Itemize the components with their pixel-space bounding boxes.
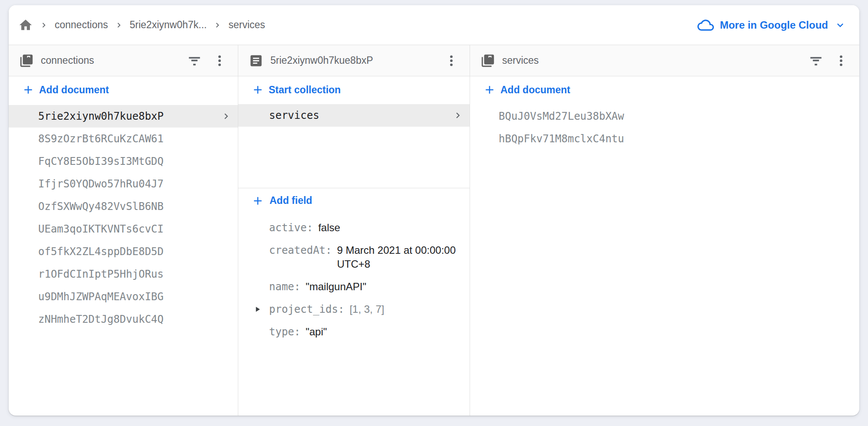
field-list: active:falsecreatedAt:9 March 2021 at 00… (238, 213, 470, 343)
services-doc-list: BQuJ0VsMd27Leu38bXAwhBQpFkv71M8mclxC4ntu (470, 103, 859, 150)
field-row-type[interactable]: type:"api" (238, 321, 470, 343)
connections-doc-list: 5rie2xiynw0h7kue8bxP8S9zOzrBt6RCuKzCAW61… (9, 103, 238, 331)
panel-collection-services: services Add document BQuJ0VsMd27Leu38bX… (470, 45, 859, 416)
list-item[interactable]: FqCY8E5ObI39sI3MtGDQ (9, 150, 238, 173)
more-in-google-cloud-button[interactable]: More in Google Cloud (697, 17, 846, 33)
field-value: [1, 3, 7] (349, 302, 384, 316)
list-item[interactable]: BQuJ0VsMd27Leu38bXAw (470, 105, 859, 128)
start-collection-label: Start collection (269, 84, 341, 96)
list-item[interactable]: hBQpFkv71M8mclxC4ntu (470, 128, 859, 150)
field-row-name[interactable]: name:"mailgunAPI" (238, 275, 470, 298)
cloud-icon (697, 17, 714, 33)
list-item[interactable]: OzfSXWwQy482VvSlB6NB (9, 195, 238, 218)
kebab-menu-icon (834, 54, 848, 68)
panel-title-connections: connections (41, 55, 94, 66)
field-row-createdAt[interactable]: createdAt:9 March 2021 at 00:00:00UTC+8 (238, 239, 470, 275)
chevron-right-icon (114, 20, 124, 30)
panel-title-services: services (502, 55, 539, 66)
more-in-google-cloud-label: More in Google Cloud (720, 19, 828, 31)
list-item[interactable]: 8S9zOzrBt6RCuKzCAW61 (9, 128, 238, 150)
start-collection-button[interactable]: Start collection (238, 76, 470, 103)
add-document-label: Add document (39, 84, 109, 96)
kebab-menu-icon (213, 54, 227, 68)
field-value: false (318, 221, 340, 235)
list-item-label: UEam3qoIKTKVNTs6cvCI (38, 223, 164, 235)
add-field-label: Add field (270, 195, 312, 206)
panel-menu-button[interactable] (211, 52, 228, 69)
list-item-label: 5rie2xiynw0h7kue8bxP (38, 110, 164, 122)
document-collection-list: services (238, 103, 470, 127)
panel-menu-button[interactable] (443, 52, 460, 69)
home-button[interactable] (18, 18, 33, 33)
field-value: "api" (306, 325, 327, 339)
panel-title-document: 5rie2xiynw0h7kue8bxP (270, 55, 373, 66)
breadcrumb: connections 5rie2xiynw0h7k... services M… (9, 5, 859, 45)
list-item[interactable]: u9DMhJZWPAqMEAvoxIBG (9, 285, 238, 308)
chevron-right-icon (452, 110, 464, 121)
home-icon (18, 18, 33, 33)
field-row-active[interactable]: active:false (238, 216, 470, 239)
list-item[interactable]: UEam3qoIKTKVNTs6cvCI (9, 218, 238, 240)
filter-list-icon (809, 53, 823, 68)
selected-row-chevron (452, 110, 464, 121)
add-document-button[interactable]: Add document (470, 76, 859, 103)
list-item[interactable]: services (238, 104, 470, 127)
filter-list-icon (187, 53, 202, 68)
document-icon (249, 53, 263, 68)
list-item[interactable]: zNHmheT2DtJg8DvukC4Q (9, 308, 238, 331)
chevron-down-icon (834, 19, 846, 31)
list-item-label: services (269, 109, 319, 121)
list-item-label: IfjrS0YQDwo57hRu04J7 (38, 178, 164, 190)
panel-collection-connections: connections Add document 5rie2xiynw0h7ku… (9, 45, 238, 416)
collections-bookmark-icon (19, 53, 34, 68)
list-item-label: hBQpFkv71M8mclxC4ntu (499, 133, 624, 145)
chevron-right-icon (39, 20, 49, 30)
kebab-menu-icon (444, 54, 458, 68)
panel-spacer (238, 127, 470, 188)
add-document-label: Add document (500, 84, 570, 96)
chevron-right-icon (220, 111, 232, 122)
triangle-right-icon[interactable] (253, 305, 262, 314)
list-item-label: BQuJ0VsMd27Leu38bXAw (499, 110, 624, 122)
firestore-data-card: connections 5rie2xiynw0h7k... services M… (9, 5, 859, 416)
list-item-label: zNHmheT2DtJg8DvukC4Q (38, 313, 164, 325)
field-value: "mailgunAPI" (306, 280, 366, 294)
plus-icon (483, 83, 496, 96)
panel-header-connections: connections (9, 45, 238, 76)
panel-header-services: services (470, 45, 859, 76)
field-name: createdAt: (269, 244, 332, 256)
list-item[interactable]: of5fkX2ZL4sppDbE8D5D (9, 240, 238, 263)
plus-icon (22, 83, 35, 96)
selected-row-chevron (220, 111, 232, 122)
filter-button[interactable] (186, 52, 203, 69)
field-value: 9 March 2021 at 00:00:00UTC+8 (337, 243, 456, 271)
list-item-label: u9DMhJZWPAqMEAvoxIBG (38, 291, 164, 303)
add-field-button[interactable]: Add field (238, 188, 470, 213)
list-item-label: 8S9zOzrBt6RCuKzCAW61 (38, 133, 164, 145)
list-item-label: of5fkX2ZL4sppDbE8D5D (38, 246, 164, 258)
field-name: name: (269, 281, 300, 293)
list-item-label: FqCY8E5ObI39sI3MtGDQ (38, 155, 164, 167)
breadcrumb-item-connections[interactable]: connections (55, 19, 108, 31)
filter-button[interactable] (807, 52, 825, 69)
list-item-label: OzfSXWwQy482VvSlB6NB (38, 200, 164, 213)
panel-header-document: 5rie2xiynw0h7kue8bxP (238, 45, 470, 76)
plus-icon (251, 83, 264, 96)
list-item[interactable]: r1OFdCInIptP5HhjORus (9, 263, 238, 285)
breadcrumb-item-document[interactable]: 5rie2xiynw0h7k... (130, 19, 207, 31)
list-item[interactable]: IfjrS0YQDwo57hRu04J7 (9, 173, 238, 195)
field-name: type: (269, 326, 300, 338)
list-item-label: r1OFdCInIptP5HhjORus (38, 268, 164, 280)
panel-menu-button[interactable] (832, 52, 850, 69)
field-name: project_ids: (269, 303, 344, 315)
collections-bookmark-icon (480, 53, 495, 68)
panel-document-details: 5rie2xiynw0h7kue8bxP Start collection se… (238, 45, 470, 416)
panel-container: connections Add document 5rie2xiynw0h7ku… (9, 45, 859, 416)
breadcrumb-item-services[interactable]: services (228, 19, 265, 31)
plus-icon (251, 194, 264, 207)
list-item[interactable]: 5rie2xiynw0h7kue8bxP (9, 105, 238, 128)
add-document-button[interactable]: Add document (9, 76, 238, 103)
field-row-project_ids[interactable]: project_ids:[1, 3, 7] (238, 298, 470, 321)
field-name: active: (269, 222, 313, 234)
chevron-right-icon (213, 20, 222, 30)
